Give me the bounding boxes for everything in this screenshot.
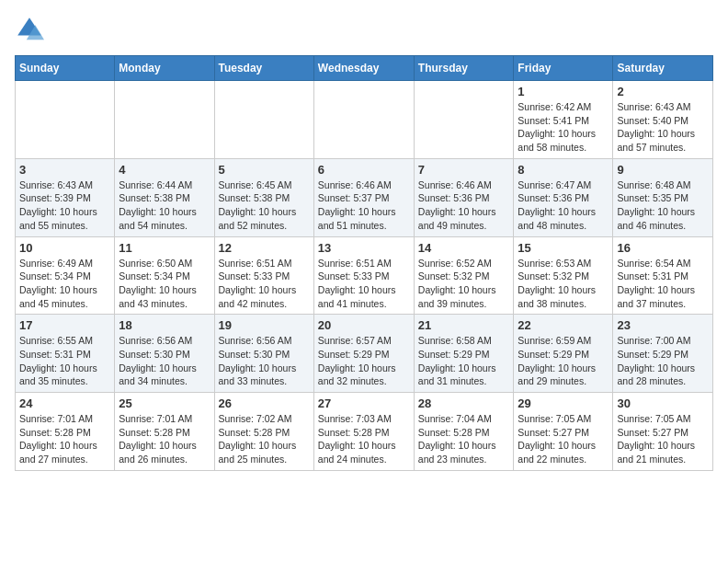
day-info: Sunrise: 6:45 AMSunset: 5:38 PMDaylight:… bbox=[219, 178, 310, 233]
day-number: 20 bbox=[318, 318, 410, 332]
day-info: Sunrise: 6:46 AMSunset: 5:37 PMDaylight:… bbox=[318, 178, 410, 233]
day-number: 3 bbox=[19, 163, 110, 177]
calendar-cell: 3Sunrise: 6:43 AMSunset: 5:39 PMDaylight… bbox=[16, 158, 115, 236]
calendar-week-2: 3Sunrise: 6:43 AMSunset: 5:39 PMDaylight… bbox=[16, 158, 713, 236]
calendar-cell: 16Sunrise: 6:54 AMSunset: 5:31 PMDayligh… bbox=[613, 236, 713, 315]
day-info: Sunrise: 6:56 AMSunset: 5:30 PMDaylight:… bbox=[119, 334, 210, 388]
logo-icon bbox=[15, 15, 44, 44]
calendar-cell: 21Sunrise: 6:58 AMSunset: 5:29 PMDayligh… bbox=[414, 315, 514, 393]
day-number: 8 bbox=[518, 163, 609, 177]
calendar-cell: 4Sunrise: 6:44 AMSunset: 5:38 PMDaylight… bbox=[115, 158, 214, 236]
day-number: 14 bbox=[418, 241, 510, 255]
day-info: Sunrise: 6:43 AMSunset: 5:39 PMDaylight:… bbox=[19, 178, 110, 233]
day-number: 2 bbox=[617, 85, 709, 98]
calendar-table: SundayMondayTuesdayWednesdayThursdayFrid… bbox=[15, 55, 713, 471]
weekday-header-saturday: Saturday bbox=[613, 56, 713, 81]
calendar-cell: 27Sunrise: 7:03 AMSunset: 5:28 PMDayligh… bbox=[313, 393, 414, 471]
day-number: 19 bbox=[219, 318, 310, 332]
day-info: Sunrise: 7:04 AMSunset: 5:28 PMDaylight:… bbox=[418, 412, 510, 466]
day-number: 4 bbox=[119, 163, 210, 177]
day-number: 23 bbox=[617, 318, 709, 332]
day-info: Sunrise: 6:56 AMSunset: 5:30 PMDaylight:… bbox=[219, 334, 310, 388]
day-info: Sunrise: 6:51 AMSunset: 5:33 PMDaylight:… bbox=[318, 257, 410, 311]
weekday-header-thursday: Thursday bbox=[414, 56, 514, 81]
calendar-cell: 30Sunrise: 7:05 AMSunset: 5:27 PMDayligh… bbox=[613, 393, 713, 471]
calendar-cell bbox=[16, 81, 115, 159]
calendar-cell: 17Sunrise: 6:55 AMSunset: 5:31 PMDayligh… bbox=[16, 315, 115, 393]
day-info: Sunrise: 6:52 AMSunset: 5:32 PMDaylight:… bbox=[418, 257, 510, 311]
calendar-cell: 22Sunrise: 6:59 AMSunset: 5:29 PMDayligh… bbox=[514, 315, 613, 393]
day-info: Sunrise: 6:46 AMSunset: 5:36 PMDaylight:… bbox=[418, 178, 510, 233]
day-info: Sunrise: 6:50 AMSunset: 5:34 PMDaylight:… bbox=[119, 257, 210, 311]
day-number: 18 bbox=[119, 318, 210, 332]
calendar-cell bbox=[414, 81, 514, 159]
day-info: Sunrise: 6:58 AMSunset: 5:29 PMDaylight:… bbox=[418, 334, 510, 388]
weekday-header-wednesday: Wednesday bbox=[313, 56, 414, 81]
calendar-cell bbox=[313, 81, 414, 159]
day-info: Sunrise: 7:01 AMSunset: 5:28 PMDaylight:… bbox=[119, 412, 210, 466]
page-header bbox=[15, 15, 713, 44]
calendar-cell bbox=[115, 81, 214, 159]
day-info: Sunrise: 6:44 AMSunset: 5:38 PMDaylight:… bbox=[119, 178, 210, 233]
day-info: Sunrise: 6:55 AMSunset: 5:31 PMDaylight:… bbox=[19, 334, 110, 388]
day-number: 9 bbox=[617, 163, 709, 177]
calendar-cell: 2Sunrise: 6:43 AMSunset: 5:40 PMDaylight… bbox=[613, 81, 713, 159]
calendar-cell bbox=[214, 81, 313, 159]
calendar-header-row: SundayMondayTuesdayWednesdayThursdayFrid… bbox=[16, 56, 713, 81]
weekday-header-tuesday: Tuesday bbox=[214, 56, 313, 81]
day-info: Sunrise: 6:57 AMSunset: 5:29 PMDaylight:… bbox=[318, 334, 410, 388]
day-number: 22 bbox=[518, 318, 609, 332]
day-number: 10 bbox=[19, 241, 110, 255]
calendar-week-5: 24Sunrise: 7:01 AMSunset: 5:28 PMDayligh… bbox=[16, 393, 713, 471]
day-info: Sunrise: 6:47 AMSunset: 5:36 PMDaylight:… bbox=[518, 178, 609, 233]
day-number: 12 bbox=[219, 241, 310, 255]
day-number: 5 bbox=[219, 163, 310, 177]
calendar-cell: 29Sunrise: 7:05 AMSunset: 5:27 PMDayligh… bbox=[514, 393, 613, 471]
day-number: 13 bbox=[318, 241, 410, 255]
day-info: Sunrise: 7:05 AMSunset: 5:27 PMDaylight:… bbox=[617, 412, 709, 466]
day-number: 28 bbox=[418, 396, 510, 410]
calendar-cell: 15Sunrise: 6:53 AMSunset: 5:32 PMDayligh… bbox=[514, 236, 613, 315]
calendar-cell: 24Sunrise: 7:01 AMSunset: 5:28 PMDayligh… bbox=[16, 393, 115, 471]
day-info: Sunrise: 6:42 AMSunset: 5:41 PMDaylight:… bbox=[518, 100, 609, 155]
day-info: Sunrise: 6:49 AMSunset: 5:34 PMDaylight:… bbox=[19, 257, 110, 311]
calendar-cell: 7Sunrise: 6:46 AMSunset: 5:36 PMDaylight… bbox=[414, 158, 514, 236]
calendar-cell: 5Sunrise: 6:45 AMSunset: 5:38 PMDaylight… bbox=[214, 158, 313, 236]
calendar-cell: 6Sunrise: 6:46 AMSunset: 5:37 PMDaylight… bbox=[313, 158, 414, 236]
day-number: 25 bbox=[119, 396, 210, 410]
calendar-cell: 28Sunrise: 7:04 AMSunset: 5:28 PMDayligh… bbox=[414, 393, 514, 471]
calendar-cell: 14Sunrise: 6:52 AMSunset: 5:32 PMDayligh… bbox=[414, 236, 514, 315]
day-number: 21 bbox=[418, 318, 510, 332]
calendar-week-4: 17Sunrise: 6:55 AMSunset: 5:31 PMDayligh… bbox=[16, 315, 713, 393]
calendar-cell: 1Sunrise: 6:42 AMSunset: 5:41 PMDaylight… bbox=[514, 81, 613, 159]
calendar-cell: 23Sunrise: 7:00 AMSunset: 5:29 PMDayligh… bbox=[613, 315, 713, 393]
day-number: 6 bbox=[318, 163, 410, 177]
day-info: Sunrise: 6:51 AMSunset: 5:33 PMDaylight:… bbox=[219, 257, 310, 311]
day-number: 29 bbox=[518, 396, 609, 410]
calendar-cell: 18Sunrise: 6:56 AMSunset: 5:30 PMDayligh… bbox=[115, 315, 214, 393]
day-number: 15 bbox=[518, 241, 609, 255]
day-info: Sunrise: 6:53 AMSunset: 5:32 PMDaylight:… bbox=[518, 257, 609, 311]
calendar-week-1: 1Sunrise: 6:42 AMSunset: 5:41 PMDaylight… bbox=[16, 81, 713, 159]
day-number: 30 bbox=[617, 396, 709, 410]
day-number: 1 bbox=[518, 85, 609, 98]
weekday-header-friday: Friday bbox=[514, 56, 613, 81]
weekday-header-sunday: Sunday bbox=[16, 56, 115, 81]
calendar-cell: 9Sunrise: 6:48 AMSunset: 5:35 PMDaylight… bbox=[613, 158, 713, 236]
calendar-cell: 8Sunrise: 6:47 AMSunset: 5:36 PMDaylight… bbox=[514, 158, 613, 236]
day-info: Sunrise: 7:01 AMSunset: 5:28 PMDaylight:… bbox=[19, 412, 110, 466]
day-info: Sunrise: 6:43 AMSunset: 5:40 PMDaylight:… bbox=[617, 100, 709, 155]
day-info: Sunrise: 7:03 AMSunset: 5:28 PMDaylight:… bbox=[318, 412, 410, 466]
calendar-week-3: 10Sunrise: 6:49 AMSunset: 5:34 PMDayligh… bbox=[16, 236, 713, 315]
day-number: 16 bbox=[617, 241, 709, 255]
calendar-cell: 19Sunrise: 6:56 AMSunset: 5:30 PMDayligh… bbox=[214, 315, 313, 393]
calendar-cell: 20Sunrise: 6:57 AMSunset: 5:29 PMDayligh… bbox=[313, 315, 414, 393]
calendar-cell: 25Sunrise: 7:01 AMSunset: 5:28 PMDayligh… bbox=[115, 393, 214, 471]
day-info: Sunrise: 6:59 AMSunset: 5:29 PMDaylight:… bbox=[518, 334, 609, 388]
calendar-cell: 13Sunrise: 6:51 AMSunset: 5:33 PMDayligh… bbox=[313, 236, 414, 315]
calendar-cell: 12Sunrise: 6:51 AMSunset: 5:33 PMDayligh… bbox=[214, 236, 313, 315]
calendar-cell: 11Sunrise: 6:50 AMSunset: 5:34 PMDayligh… bbox=[115, 236, 214, 315]
day-number: 26 bbox=[219, 396, 310, 410]
calendar-cell: 10Sunrise: 6:49 AMSunset: 5:34 PMDayligh… bbox=[16, 236, 115, 315]
day-number: 24 bbox=[19, 396, 110, 410]
